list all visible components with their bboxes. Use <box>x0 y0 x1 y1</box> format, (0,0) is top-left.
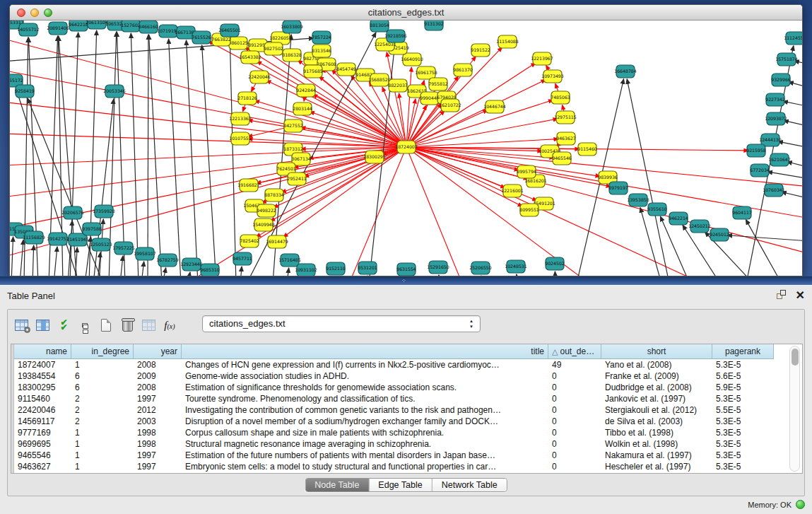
graph-node[interactable]: 8822037 <box>388 79 408 92</box>
edge[interactable] <box>68 221 72 276</box>
graph-node[interactable]: 12213967 <box>531 52 553 65</box>
table-cell[interactable]: 9465546 <box>14 450 71 461</box>
table-cell[interactable]: Wolkin et al. (1998) <box>601 438 712 450</box>
graph-node[interactable]: 12505123 <box>90 238 112 251</box>
table-cell[interactable]: 0 <box>548 427 601 438</box>
edge[interactable] <box>783 101 802 107</box>
window-titlebar[interactable]: citations_edges.txt <box>10 5 802 21</box>
table-cell[interactable]: 0 <box>548 450 601 461</box>
graph-node[interactable]: 7485063 <box>551 91 570 104</box>
column-header-year[interactable]: year <box>134 344 182 358</box>
node-attribute-table[interactable]: namein_degreeyeartitle△out_de…shortpager… <box>11 344 803 474</box>
table-cell[interactable]: 5.3E-5 <box>712 450 774 461</box>
graph-node[interactable]: 9152110 <box>326 262 346 275</box>
graph-node[interactable]: 20891406 <box>47 22 69 35</box>
graph-node[interactable]: 9498222 <box>257 204 276 217</box>
table-cell[interactable]: Estimation of the future numbers of pati… <box>182 450 548 461</box>
graph-node[interactable]: 9604117 <box>732 206 752 219</box>
graph-node[interactable]: 15688520 <box>368 74 391 86</box>
table-row[interactable]: 977716911998Corpus callosum shape and si… <box>14 427 774 438</box>
table-row[interactable]: 2242004622012Investigating the contribut… <box>14 404 774 416</box>
edge[interactable] <box>257 157 375 184</box>
tab-node-table[interactable]: Node Table <box>305 479 369 491</box>
table-cell[interactable]: 1997 <box>134 450 182 461</box>
table-cell[interactable]: Disruption of a novel member of a sodium… <box>182 416 548 427</box>
table-cell[interactable]: 1 <box>71 359 134 370</box>
graph-node[interactable]: 8427552 <box>283 119 303 132</box>
table-cell[interactable]: Structural magnetic resonance image aver… <box>182 438 548 450</box>
graph-node[interactable]: 12213363 <box>229 112 252 125</box>
table-cell[interactable]: 2 <box>71 393 134 404</box>
edge[interactable] <box>778 141 802 148</box>
table-cell[interactable]: 1 <box>71 427 134 438</box>
graph-node[interactable]: 16961758 <box>415 66 437 79</box>
row-height-icon[interactable] <box>74 316 95 334</box>
graph-node[interactable]: 8454749 <box>336 63 356 76</box>
graph-node[interactable]: 15291650 <box>427 261 449 274</box>
table-cell[interactable]: 5.3E-5 <box>712 359 774 370</box>
graph-node[interactable]: 9685310 <box>200 264 220 276</box>
table-cell[interactable]: 5.3E-5 <box>712 393 774 404</box>
graph-node[interactable]: 9463627 <box>556 132 576 145</box>
graph-node[interactable]: 20206576 <box>61 206 84 219</box>
table-cell[interactable]: Dudbridge et al. (2008) <box>601 382 712 393</box>
graph-node[interactable]: 16210722 <box>439 99 461 112</box>
graph-node[interactable]: 9355610 <box>647 203 667 216</box>
edge[interactable] <box>148 35 148 276</box>
graph-node[interactable]: 18724007 <box>395 141 418 153</box>
graph-node[interactable]: 16640910 <box>401 53 423 66</box>
close-panel-icon[interactable]: ✕ <box>796 290 805 300</box>
float-panel-icon[interactable] <box>777 290 787 300</box>
edge[interactable] <box>727 235 802 241</box>
table-cell[interactable]: 1997 <box>134 393 182 404</box>
table-cell[interactable]: 2 <box>71 404 134 416</box>
column-header-in_degree[interactable]: in_degree <box>71 344 134 358</box>
graph-node[interactable]: 16782759 <box>156 254 179 267</box>
column-header-short[interactable]: short <box>601 344 712 358</box>
graph-node[interactable]: 8099551 <box>519 204 539 216</box>
table-row[interactable]: 911546021997Tourette syndrome. Phenomeno… <box>14 393 774 404</box>
table-cell[interactable]: 0 <box>548 416 601 427</box>
delete-table-icon[interactable] <box>117 316 138 334</box>
show-columns-icon[interactable] <box>32 316 53 334</box>
table-cell[interactable]: 2008 <box>134 382 182 393</box>
table-cell[interactable]: 0 <box>548 382 601 393</box>
graph-node[interactable]: 2952411 <box>287 173 307 185</box>
graph-node[interactable]: 12216001 <box>501 185 524 197</box>
edge[interactable] <box>141 262 144 276</box>
graph-node[interactable]: 17957225 <box>112 242 135 255</box>
graph-node[interactable]: 22420046 <box>248 71 271 83</box>
graph-node[interactable]: 7825402 <box>240 235 259 247</box>
table-select-dropdown[interactable]: citations_edges.txt ▲▼ <box>202 315 481 332</box>
table-cell[interactable]: 1 <box>71 438 134 450</box>
graph-node[interactable]: 9245012 <box>710 228 729 241</box>
edge[interactable] <box>382 87 406 147</box>
graph-node[interactable]: 8531201 <box>358 262 377 274</box>
graph-node[interactable]: 19958107 <box>134 247 156 260</box>
graph-node[interactable]: 8313546 <box>312 45 331 57</box>
edge[interactable] <box>627 79 669 276</box>
column-header-pagerank[interactable]: pagerank <box>712 344 774 358</box>
table-cell[interactable]: 22420046 <box>14 404 71 416</box>
graph-node[interactable]: 9329966 <box>771 74 791 86</box>
edge[interactable] <box>188 272 190 276</box>
table-cell[interactable]: 9115460 <box>14 393 71 404</box>
table-cell[interactable]: Tibbo et al. (1998) <box>601 427 712 438</box>
edge[interactable] <box>555 271 555 276</box>
graph-node[interactable]: 9115460 <box>577 143 597 156</box>
table-cell[interactable]: 9699695 <box>14 438 71 450</box>
network-canvas[interactable]: 1872400798601258912954182260589827502165… <box>10 21 802 276</box>
edge[interactable] <box>746 220 782 276</box>
graph-node[interactable]: 13953858 <box>627 194 649 206</box>
graph-node[interactable]: 7615526 <box>192 31 211 44</box>
edge[interactable] <box>782 192 802 199</box>
table-cell[interactable]: 5.5E-5 <box>712 404 774 416</box>
graph-node[interactable]: 10760341 <box>763 184 785 197</box>
edge[interactable] <box>767 172 802 179</box>
graph-node[interactable]: 8466160 <box>139 21 158 33</box>
table-cell[interactable]: 1 <box>71 450 134 461</box>
graph-node[interactable]: 8995794 <box>517 165 536 178</box>
graph-node[interactable]: 1527602 <box>121 21 141 32</box>
graph-node[interactable]: 18300295 <box>363 151 386 163</box>
graph-node[interactable]: 9397588 <box>82 223 102 235</box>
